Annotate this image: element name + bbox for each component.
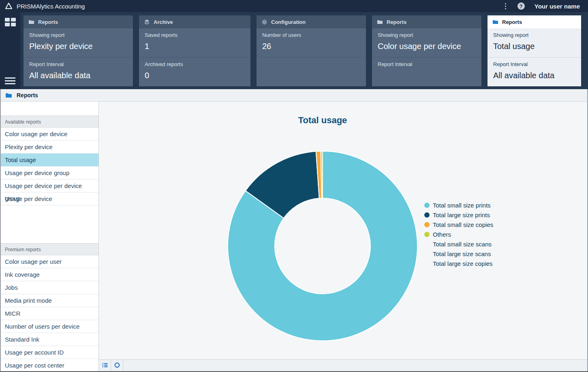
card-row: Number of users26 [257, 28, 366, 57]
card-label: Saved reports [145, 32, 245, 38]
legend-label: Others [433, 231, 451, 238]
card-header: Reports [372, 15, 481, 28]
legend-item-total-large-size-scans: Total large size scans [424, 249, 493, 259]
reports-sidebar: Available reportsColor usage per deviceP… [1, 102, 99, 371]
card-row: Archived reports0 [139, 57, 250, 86]
folder-icon [492, 19, 498, 25]
donut-chart[interactable] [227, 150, 418, 342]
card-title: Reports [502, 19, 522, 25]
legend-bullet-icon [424, 203, 430, 208]
app-logo-icon [4, 2, 13, 11]
refresh-icon [114, 362, 120, 370]
dashboard-card-3-configuration[interactable]: ConfigurationNumber of users26 [257, 15, 366, 86]
card-row: Report IntervalAll available data [488, 57, 581, 86]
sidebar-item-micr[interactable]: MICR [1, 307, 98, 320]
card-row [257, 57, 366, 86]
folder-icon [5, 92, 12, 99]
sidebar-item-usage-per-device-group[interactable]: Usage per device group [1, 167, 98, 180]
card-body: Showing reportPlexity per deviceReport I… [24, 28, 133, 86]
card-row: Showing reportColor usage per device [372, 28, 481, 57]
legend-item-total-large-size-copies: Total large size copies [424, 259, 493, 268]
sidebar-section-available-reports: Available reportsColor usage per deviceP… [1, 115, 98, 205]
sidebar-item-plexity-per-device[interactable]: Plexity per device [1, 141, 98, 154]
legend-item-total-small-size-prints: Total small size prints [424, 200, 493, 210]
card-header: Archive [139, 15, 250, 28]
sidebar-item-usage-per-device-per-device-group[interactable]: Usage per device per device group [1, 180, 98, 192]
card-value: 0 [145, 71, 245, 80]
legend-item-total-large-size-prints: Total large size prints [424, 210, 493, 220]
chart-title: Total usage [298, 115, 347, 126]
dashboard-grid-icon[interactable] [5, 18, 16, 26]
app-window: PRISMAlytics Accounting ? Your user name… [0, 0, 588, 372]
legend-label: Total small size copies [433, 221, 493, 228]
card-label: Archived reports [145, 61, 245, 67]
legend-label: Total large size scans [433, 250, 491, 257]
report-toolbar [99, 359, 587, 371]
legend-item-total-small-size-scans: Total small size scans [424, 239, 493, 249]
card-row: Report Interval [372, 57, 481, 86]
refresh-button[interactable] [111, 360, 123, 371]
report-list-icon [102, 362, 108, 370]
card-header: Reports [24, 15, 133, 28]
legend-bullet-icon [424, 222, 430, 227]
card-label: Number of users [262, 32, 360, 38]
sidebar-item-usage-per-device[interactable]: Usage per device [1, 192, 98, 205]
card-label: Showing report [493, 32, 575, 38]
sidebar-item-media-print-mode[interactable]: Media print mode [1, 294, 98, 307]
card-body: Showing reportTotal usageReport Interval… [488, 28, 581, 86]
sidebar-item-total-usage[interactable]: Total usage [1, 154, 98, 167]
sidebar-item-number-of-users-per-device[interactable]: Number of users per device [1, 320, 98, 333]
section-header: Premium reports [1, 243, 98, 255]
left-rail [0, 12, 20, 89]
breadcrumb-reports[interactable]: Reports [17, 92, 38, 98]
card-row: Report IntervalAll available data [24, 57, 133, 86]
legend-bullet-icon [424, 232, 430, 237]
card-row: Saved reports1 [139, 28, 250, 57]
sidebar-item-color-usage-per-user[interactable]: Color usage per user [1, 255, 98, 268]
dashboard-card-1-reports[interactable]: ReportsShowing reportPlexity per deviceR… [24, 15, 133, 86]
dashboard-card-4-reports[interactable]: ReportsShowing reportColor usage per dev… [372, 15, 481, 86]
sidebar-section-premium-reports: Premium reportsColor usage per userInk c… [1, 243, 98, 371]
card-row: Showing reportPlexity per device [24, 28, 133, 57]
card-value: All available data [493, 71, 575, 80]
sidebar-item-jobs[interactable]: Jobs [1, 281, 98, 294]
sidebar-item-ink-coverage[interactable]: Ink coverage [1, 268, 98, 281]
sidebar-item-color-usage-per-device[interactable]: Color usage per device [1, 128, 98, 141]
lower-region: Reports Available reportsColor usage per… [0, 89, 588, 371]
sidebar-item-usage-per-account-id[interactable]: Usage per account ID [1, 346, 98, 359]
card-value: All available data [29, 71, 127, 80]
report-list-button[interactable] [99, 360, 111, 371]
card-title: Reports [387, 19, 406, 25]
dashboard-card-5-reports[interactable]: ReportsShowing reportTotal usageReport I… [488, 15, 581, 86]
content: Available reportsColor usage per deviceP… [1, 102, 587, 371]
card-body: Number of users26 [257, 28, 366, 86]
legend-bullet-icon [424, 212, 430, 218]
card-header: Reports [488, 15, 581, 28]
section-header: Available reports [1, 115, 98, 128]
breadcrumb: Reports [1, 89, 587, 102]
sidebar-item-usage-per-cost-center[interactable]: Usage per cost center [1, 359, 98, 371]
cards-container: ReportsShowing reportPlexity per deviceR… [20, 12, 588, 89]
help-icon[interactable]: ? [517, 2, 525, 10]
chart-legend: Total small size printsTotal large size … [424, 200, 493, 268]
card-label: Report Interval [378, 61, 476, 67]
legend-item-total-small-size-copies: Total small size copies [424, 220, 493, 229]
card-value: Plexity per device [29, 42, 127, 51]
legend-label: Total small size scans [433, 241, 492, 248]
card-value: 1 [145, 42, 245, 51]
card-title: Configuration [271, 19, 306, 25]
card-body: Saved reports1Archived reports0 [139, 28, 250, 86]
overflow-menu-icon[interactable] [503, 2, 508, 10]
card-row: Showing reportTotal usage [488, 28, 581, 57]
card-title: Archive [154, 19, 173, 25]
dashboard-card-2-archive[interactable]: ArchiveSaved reports1Archived reports0 [139, 15, 250, 86]
topbar-actions: ? Your user name [503, 2, 584, 10]
report-view: Total usage Total small size printsTotal… [99, 102, 587, 371]
gear-icon [261, 19, 267, 25]
legend-label: Total large size copies [433, 260, 493, 267]
user-name[interactable]: Your user name [535, 3, 580, 10]
card-value: Color usage per device [378, 42, 476, 51]
sidebar-item-standard-ink[interactable]: Standard Ink [1, 333, 98, 346]
card-label: Showing report [378, 32, 476, 38]
menu-icon[interactable] [5, 77, 15, 84]
